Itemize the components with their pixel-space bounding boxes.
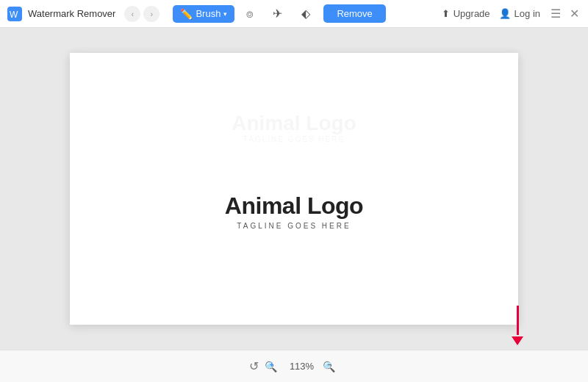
watermark-ghost: Animal Logo TAGLINE GOES HERE [232,112,356,143]
window-controls: ☰ ✕ [549,5,581,22]
remove-button[interactable]: Remove [323,4,385,23]
zoom-controls: ↺ 🔍+ 113% 🔍− [249,359,340,373]
app-icon: W [7,7,22,21]
nav-back-button[interactable]: ‹ [124,6,140,22]
svg-text:W: W [10,10,18,20]
login-button[interactable]: 👤 Log in [499,8,540,19]
upgrade-label: Upgrade [453,8,490,19]
nav-arrows: ‹ › [124,6,159,22]
image-content: Animal Logo TAGLINE GOES HERE Animal Log… [70,53,518,325]
title-bar: W Watermark Remover ‹ › ✏️ Brush ▾ ⌾ ✈ ⬖… [0,0,588,28]
pin-icon: ✈ [273,7,282,21]
lasso-icon: ⌾ [246,7,254,21]
brush-icon: ✏️ [180,8,193,20]
menu-button[interactable]: ☰ [549,5,562,22]
zoom-out-button[interactable]: 🔍− [323,361,340,372]
erase-tool-button[interactable]: ⬖ [294,4,318,24]
lasso-tool-button[interactable]: ⌾ [239,4,261,24]
login-label: Log in [514,8,540,19]
erase-icon: ⬖ [301,7,310,21]
main-area: Animal Logo TAGLINE GOES HERE Animal Log… [0,28,588,350]
zoom-reset-button[interactable]: ↺ [249,359,259,373]
user-icon: 👤 [499,8,511,19]
logo-main-text: Animal Logo [225,192,363,220]
pin-tool-button[interactable]: ✈ [265,4,290,24]
right-controls: ⬆ Upgrade 👤 Log in ☰ ✕ [442,5,581,22]
zoom-level: 113% [287,361,317,372]
brush-tool-button[interactable]: ✏️ Brush ▾ [173,5,234,23]
ghost-title: Animal Logo [232,112,356,135]
canvas-container: Animal Logo TAGLINE GOES HERE Animal Log… [70,53,518,325]
logo-tagline-text: TAGLINE GOES HERE [237,222,351,230]
status-bar: ↺ 🔍+ 113% 🔍− [0,350,588,382]
upgrade-icon: ⬆ [442,8,450,19]
close-button[interactable]: ✕ [568,5,581,22]
toolbar: ✏️ Brush ▾ ⌾ ✈ ⬖ [173,4,318,24]
upgrade-button[interactable]: ⬆ Upgrade [442,8,490,19]
brush-chevron-icon: ▾ [223,10,227,18]
brush-label: Brush [196,8,220,19]
zoom-in-button[interactable]: 🔍+ [265,361,282,372]
ghost-tagline: TAGLINE GOES HERE [232,135,356,143]
nav-forward-button[interactable]: › [143,6,159,22]
app-title: Watermark Remover [28,8,115,19]
